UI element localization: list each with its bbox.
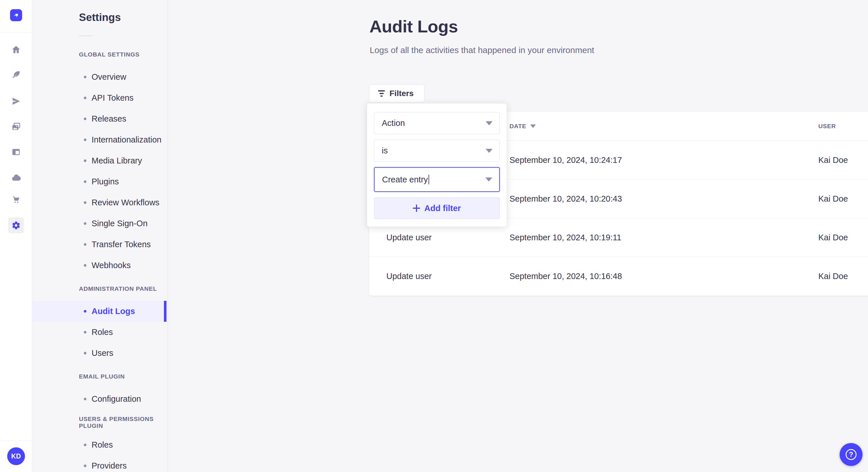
pen-icon[interactable] [11,70,21,80]
bullet [84,398,86,400]
home-icon[interactable] [11,44,21,55]
bullet [84,264,86,267]
cell-user: Kai Doe [818,257,848,296]
section-label-email-plugin: EMAIL PLUGIN [32,372,167,381]
sidebar-item-releases[interactable]: Releases [32,108,167,129]
sidebar-item-overview[interactable]: Overview [32,67,167,88]
bullet [84,465,86,467]
filter-popover: Action is Create entry Add filter [367,103,507,227]
cell-user: Kai Doe [818,179,848,218]
cell-user: Kai Doe [818,218,848,257]
filter-icon [378,90,385,97]
sidebar-item-webhooks[interactable]: Webhooks [32,255,167,276]
divider [0,440,32,440]
column-header-user[interactable]: USER [818,111,836,141]
sidebar-item-admin-users[interactable]: Users [32,343,167,364]
bullet [84,97,86,99]
sidebar-item-email-configuration[interactable]: Configuration [32,389,167,409]
cell-date: September 10, 2024, 10:16:48 [509,257,622,296]
sidebar-item-audit-logs[interactable]: Audit Logs [32,301,167,322]
cell-date: September 10, 2024, 10:20:43 [509,179,622,218]
bullet [84,331,86,334]
settings-nav-tile[interactable] [8,217,24,233]
bullet [84,117,86,120]
app-icon-sidebar: KD [0,0,32,472]
sidebar-item-single-sign-on[interactable]: Single Sign-On [32,213,167,234]
bullet [84,201,86,204]
cloud-icon[interactable] [11,173,21,183]
page-title: Audit Logs [369,16,458,36]
chevron-down-icon [485,177,492,181]
chevron-down-icon [486,149,493,153]
sidebar-item-api-tokens[interactable]: API Tokens [32,88,167,108]
sidebar-title: Settings [79,11,121,24]
main-content: Audit Logs Logs of all the activities th… [168,0,868,472]
bullet [84,352,86,355]
settings-gear-icon [11,220,21,231]
bullet [84,243,86,246]
bullet [84,180,86,183]
divider [79,36,92,36]
settings-sidebar: Settings GLOBAL SETTINGS Overview API To… [32,0,168,472]
sort-descending-icon[interactable] [530,125,536,128]
divider [0,32,32,33]
bullet [84,138,86,141]
help-button[interactable]: ? [840,443,863,466]
sidebar-item-media-library[interactable]: Media Library [32,150,167,171]
media-library-icon[interactable] [11,122,21,132]
cell-user: Kai Doe [818,141,848,179]
sidebar-item-up-roles[interactable]: Roles [32,434,167,456]
layout-icon[interactable] [11,147,21,157]
bullet [84,76,86,78]
sidebar-item-transfer-tokens[interactable]: Transfer Tokens [32,234,167,255]
sidebar-item-up-providers[interactable]: Providers [32,456,167,472]
plus-icon [413,204,420,212]
question-mark-icon: ? [846,449,857,460]
paper-plane-icon[interactable] [11,96,21,106]
bullet [84,444,86,446]
filter-field-select[interactable]: Action [374,112,500,134]
filter-operator-select[interactable]: is [374,140,500,162]
add-filter-button[interactable]: Add filter [374,197,500,219]
column-header-date[interactable]: DATE [509,111,536,141]
sidebar-item-plugins[interactable]: Plugins [32,171,167,192]
page-subtitle: Logs of all the activities that happened… [370,45,594,55]
cell-date: September 10, 2024, 10:19:11 [509,218,621,257]
text-cursor [429,175,429,184]
bullet [84,310,86,312]
user-avatar[interactable]: KD [7,447,25,465]
cell-date: September 10, 2024, 10:24:17 [509,141,622,179]
filter-value-combobox[interactable]: Create entry [374,167,500,192]
active-indicator [164,301,166,322]
section-label-administration-panel: ADMINISTRATION PANEL [32,284,167,293]
cart-icon[interactable] [11,195,21,205]
section-label-users-permissions-plugin: USERS & PERMISSIONS PLUGIN [32,418,167,427]
bullet [84,222,86,225]
section-label-global-settings: GLOBAL SETTINGS [32,50,167,59]
table-row[interactable]: Update user September 10, 2024, 10:16:48… [369,257,868,296]
bullet [84,160,86,162]
cell-action: Update user [386,257,432,296]
chevron-down-icon [486,121,493,125]
sidebar-item-internationalization[interactable]: Internationalization [32,129,167,150]
strapi-logo[interactable] [10,9,22,21]
sidebar-item-review-workflows[interactable]: Review Workflows [32,192,167,213]
filters-button[interactable]: Filters [369,84,425,102]
sidebar-item-admin-roles[interactable]: Roles [32,322,167,343]
